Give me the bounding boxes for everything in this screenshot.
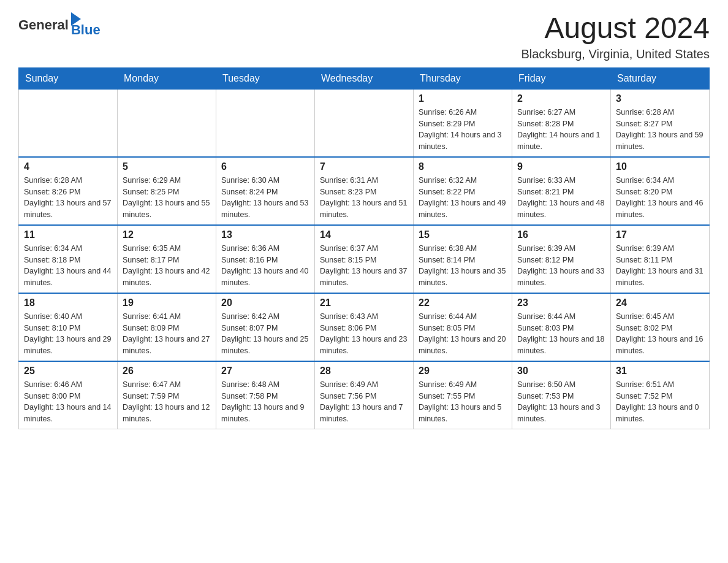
calendar-cell: 18Sunrise: 6:40 AMSunset: 8:10 PMDayligh… bbox=[19, 293, 118, 361]
calendar-header-monday: Monday bbox=[118, 67, 216, 89]
calendar-cell: 31Sunrise: 6:51 AMSunset: 7:52 PMDayligh… bbox=[611, 361, 710, 429]
calendar-cell: 25Sunrise: 6:46 AMSunset: 8:00 PMDayligh… bbox=[19, 361, 118, 429]
day-number: 4 bbox=[24, 161, 112, 172]
calendar-week-row: 1Sunrise: 6:26 AMSunset: 8:29 PMDaylight… bbox=[19, 89, 710, 157]
day-info: Sunrise: 6:50 AMSunset: 7:53 PMDaylight:… bbox=[517, 379, 605, 425]
day-number: 11 bbox=[24, 229, 112, 240]
day-number: 21 bbox=[320, 297, 408, 308]
day-info: Sunrise: 6:48 AMSunset: 7:58 PMDaylight:… bbox=[221, 379, 309, 425]
day-number: 24 bbox=[616, 297, 704, 308]
logo: General Blue bbox=[18, 12, 100, 38]
calendar-cell: 24Sunrise: 6:45 AMSunset: 8:02 PMDayligh… bbox=[611, 293, 710, 361]
calendar-cell: 8Sunrise: 6:32 AMSunset: 8:22 PMDaylight… bbox=[414, 157, 512, 225]
day-number: 20 bbox=[221, 297, 309, 308]
calendar-cell: 7Sunrise: 6:31 AMSunset: 8:23 PMDaylight… bbox=[315, 157, 414, 225]
day-number: 17 bbox=[616, 229, 704, 240]
calendar-cell: 1Sunrise: 6:26 AMSunset: 8:29 PMDaylight… bbox=[414, 89, 512, 157]
day-number: 1 bbox=[419, 93, 507, 104]
day-info: Sunrise: 6:34 AMSunset: 8:18 PMDaylight:… bbox=[24, 243, 112, 289]
calendar-week-row: 4Sunrise: 6:28 AMSunset: 8:26 PMDaylight… bbox=[19, 157, 710, 225]
day-info: Sunrise: 6:27 AMSunset: 8:28 PMDaylight:… bbox=[517, 107, 605, 153]
day-info: Sunrise: 6:44 AMSunset: 8:05 PMDaylight:… bbox=[419, 311, 507, 357]
calendar-header-friday: Friday bbox=[512, 67, 611, 89]
day-number: 28 bbox=[320, 366, 408, 377]
day-info: Sunrise: 6:30 AMSunset: 8:24 PMDaylight:… bbox=[221, 175, 309, 221]
day-number: 8 bbox=[419, 161, 507, 172]
day-number: 12 bbox=[123, 229, 211, 240]
calendar-cell bbox=[118, 89, 216, 157]
day-number: 9 bbox=[517, 161, 605, 172]
calendar-cell: 21Sunrise: 6:43 AMSunset: 8:06 PMDayligh… bbox=[315, 293, 414, 361]
day-number: 23 bbox=[517, 297, 605, 308]
day-info: Sunrise: 6:37 AMSunset: 8:15 PMDaylight:… bbox=[320, 243, 408, 289]
calendar-cell bbox=[19, 89, 118, 157]
calendar-week-row: 11Sunrise: 6:34 AMSunset: 8:18 PMDayligh… bbox=[19, 225, 710, 293]
day-number: 22 bbox=[419, 297, 507, 308]
day-info: Sunrise: 6:42 AMSunset: 8:07 PMDaylight:… bbox=[221, 311, 309, 357]
day-number: 18 bbox=[24, 297, 112, 308]
day-info: Sunrise: 6:49 AMSunset: 7:55 PMDaylight:… bbox=[419, 379, 507, 425]
calendar-cell: 3Sunrise: 6:28 AMSunset: 8:27 PMDaylight… bbox=[611, 89, 710, 157]
calendar-cell: 12Sunrise: 6:35 AMSunset: 8:17 PMDayligh… bbox=[118, 225, 216, 293]
logo-blue-label: Blue bbox=[71, 22, 100, 38]
day-info: Sunrise: 6:36 AMSunset: 8:16 PMDaylight:… bbox=[221, 243, 309, 289]
day-number: 29 bbox=[419, 366, 507, 377]
day-number: 19 bbox=[123, 297, 211, 308]
day-number: 15 bbox=[419, 229, 507, 240]
title-block: August 2024 Blacksburg, Virginia, United… bbox=[521, 12, 710, 61]
day-number: 30 bbox=[517, 366, 605, 377]
day-info: Sunrise: 6:39 AMSunset: 8:11 PMDaylight:… bbox=[616, 243, 704, 289]
day-info: Sunrise: 6:41 AMSunset: 8:09 PMDaylight:… bbox=[123, 311, 211, 357]
day-info: Sunrise: 6:49 AMSunset: 7:56 PMDaylight:… bbox=[320, 379, 408, 425]
day-info: Sunrise: 6:43 AMSunset: 8:06 PMDaylight:… bbox=[320, 311, 408, 357]
calendar-header-thursday: Thursday bbox=[414, 67, 512, 89]
calendar-cell: 27Sunrise: 6:48 AMSunset: 7:58 PMDayligh… bbox=[216, 361, 315, 429]
day-number: 31 bbox=[616, 366, 704, 377]
day-number: 14 bbox=[320, 229, 408, 240]
month-title: August 2024 bbox=[521, 12, 710, 45]
calendar-cell bbox=[216, 89, 315, 157]
calendar-cell: 15Sunrise: 6:38 AMSunset: 8:14 PMDayligh… bbox=[414, 225, 512, 293]
location-subtitle: Blacksburg, Virginia, United States bbox=[521, 47, 710, 61]
day-info: Sunrise: 6:38 AMSunset: 8:14 PMDaylight:… bbox=[419, 243, 507, 289]
day-info: Sunrise: 6:45 AMSunset: 8:02 PMDaylight:… bbox=[616, 311, 704, 357]
calendar-cell: 13Sunrise: 6:36 AMSunset: 8:16 PMDayligh… bbox=[216, 225, 315, 293]
day-info: Sunrise: 6:31 AMSunset: 8:23 PMDaylight:… bbox=[320, 175, 408, 221]
calendar-cell: 19Sunrise: 6:41 AMSunset: 8:09 PMDayligh… bbox=[118, 293, 216, 361]
calendar-cell: 2Sunrise: 6:27 AMSunset: 8:28 PMDaylight… bbox=[512, 89, 611, 157]
calendar-cell: 4Sunrise: 6:28 AMSunset: 8:26 PMDaylight… bbox=[19, 157, 118, 225]
day-number: 26 bbox=[123, 366, 211, 377]
day-info: Sunrise: 6:32 AMSunset: 8:22 PMDaylight:… bbox=[419, 175, 507, 221]
day-number: 2 bbox=[517, 93, 605, 104]
calendar-week-row: 18Sunrise: 6:40 AMSunset: 8:10 PMDayligh… bbox=[19, 293, 710, 361]
calendar-header-saturday: Saturday bbox=[611, 67, 710, 89]
calendar-cell: 20Sunrise: 6:42 AMSunset: 8:07 PMDayligh… bbox=[216, 293, 315, 361]
calendar-cell: 23Sunrise: 6:44 AMSunset: 8:03 PMDayligh… bbox=[512, 293, 611, 361]
day-number: 27 bbox=[221, 366, 309, 377]
calendar-cell: 10Sunrise: 6:34 AMSunset: 8:20 PMDayligh… bbox=[611, 157, 710, 225]
day-info: Sunrise: 6:35 AMSunset: 8:17 PMDaylight:… bbox=[123, 243, 211, 289]
calendar-table: SundayMondayTuesdayWednesdayThursdayFrid… bbox=[18, 67, 710, 429]
calendar-cell: 26Sunrise: 6:47 AMSunset: 7:59 PMDayligh… bbox=[118, 361, 216, 429]
calendar-cell: 22Sunrise: 6:44 AMSunset: 8:05 PMDayligh… bbox=[414, 293, 512, 361]
day-number: 7 bbox=[320, 161, 408, 172]
day-info: Sunrise: 6:47 AMSunset: 7:59 PMDaylight:… bbox=[123, 379, 211, 425]
calendar-cell: 5Sunrise: 6:29 AMSunset: 8:25 PMDaylight… bbox=[118, 157, 216, 225]
calendar-header-sunday: Sunday bbox=[19, 67, 118, 89]
calendar-cell: 17Sunrise: 6:39 AMSunset: 8:11 PMDayligh… bbox=[611, 225, 710, 293]
day-info: Sunrise: 6:26 AMSunset: 8:29 PMDaylight:… bbox=[419, 107, 507, 153]
calendar-cell: 11Sunrise: 6:34 AMSunset: 8:18 PMDayligh… bbox=[19, 225, 118, 293]
day-info: Sunrise: 6:46 AMSunset: 8:00 PMDaylight:… bbox=[24, 379, 112, 425]
day-info: Sunrise: 6:39 AMSunset: 8:12 PMDaylight:… bbox=[517, 243, 605, 289]
calendar-header-tuesday: Tuesday bbox=[216, 67, 315, 89]
day-number: 5 bbox=[123, 161, 211, 172]
calendar-cell: 6Sunrise: 6:30 AMSunset: 8:24 PMDaylight… bbox=[216, 157, 315, 225]
calendar-cell bbox=[315, 89, 414, 157]
day-number: 6 bbox=[221, 161, 309, 172]
day-number: 13 bbox=[221, 229, 309, 240]
day-info: Sunrise: 6:44 AMSunset: 8:03 PMDaylight:… bbox=[517, 311, 605, 357]
calendar-header-row: SundayMondayTuesdayWednesdayThursdayFrid… bbox=[19, 67, 710, 89]
calendar-cell: 29Sunrise: 6:49 AMSunset: 7:55 PMDayligh… bbox=[414, 361, 512, 429]
calendar-header-wednesday: Wednesday bbox=[315, 67, 414, 89]
day-info: Sunrise: 6:29 AMSunset: 8:25 PMDaylight:… bbox=[123, 175, 211, 221]
